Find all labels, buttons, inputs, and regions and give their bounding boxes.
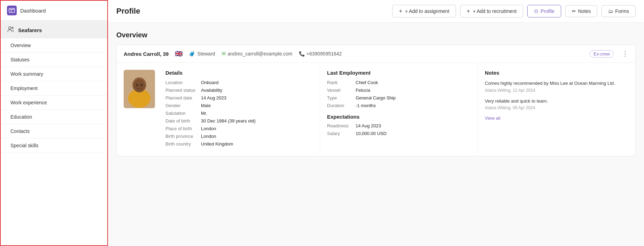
exp-salary: Salary 10,000.00 USD — [327, 131, 471, 136]
detail-birth-country: Birth country United Kingdom — [165, 141, 313, 147]
detail-location: Location Onboard — [165, 80, 313, 85]
phone-icon: 📞 — [299, 51, 305, 57]
seafarer-name: Andres Carroll, 39 — [124, 51, 169, 57]
sidebar-nav: Overview Statuses Work summary Employmen… — [1, 38, 107, 153]
forms-button[interactable]: 🗂 Forms — [602, 5, 636, 17]
last-employment-title: Last Employment — [327, 70, 471, 76]
svg-point-1 — [9, 27, 11, 29]
seafarer-phone: 📞 +639095951642 — [299, 51, 342, 57]
emp-vessel: Vessel Felucia — [327, 88, 471, 93]
email-icon: ✉ — [222, 51, 226, 57]
sidebar-item-work-experience[interactable]: Work experience — [1, 96, 107, 110]
exp-readiness: Readiness 14 Aug 2023 — [327, 123, 471, 128]
detail-salutation: Salutation Mr. — [165, 111, 313, 116]
profile-button[interactable]: ⊙ Profile — [527, 5, 561, 17]
detail-gender: Gender Male — [165, 103, 313, 108]
seafarer-role: 🧳 Steward — [189, 51, 215, 57]
note-item-0: Comes highly recommended by Miss Lee at … — [485, 80, 628, 93]
profile-body: Details Location Onboard Planned status … — [117, 63, 635, 156]
emp-rank: Rank Chief Cook — [327, 80, 471, 85]
content-area: Overview Andres Carroll, 39 🇬🇧 🧳 Steward… — [108, 23, 644, 246]
notes-title: Notes — [485, 70, 628, 76]
sidebar-header: Dashboard — [1, 1, 107, 21]
avatar — [124, 70, 155, 108]
add-to-recruitment-button[interactable]: + + Add to recruitment — [460, 5, 523, 17]
sidebar-item-overview[interactable]: Overview — [1, 38, 107, 53]
profile-icon: ⊙ — [534, 8, 538, 14]
emp-type: Type General Cargo Ship — [327, 95, 471, 100]
svg-point-9 — [137, 84, 137, 85]
sidebar-item-employment[interactable]: Employment — [1, 81, 107, 96]
detail-planned-date: Planned date 14 Aug 2023 — [165, 95, 313, 100]
note-item-1: Very reliable and quick to learn. Alaina… — [485, 98, 628, 111]
svg-point-8 — [141, 84, 142, 86]
svg-point-7 — [136, 84, 138, 86]
pencil-icon: ✏ — [572, 8, 576, 14]
details-title: Details — [165, 70, 313, 76]
overview-title: Overview — [116, 31, 636, 39]
add-to-assignment-button[interactable]: + + Add to assignment — [392, 5, 456, 17]
status-badge: Ex-crew — [590, 50, 614, 58]
briefcase-icon: 🧳 — [189, 51, 195, 57]
svg-point-2 — [12, 27, 14, 29]
expectations-section: Expectations Readiness 14 Aug 2023 Salar… — [327, 114, 471, 136]
note-meta-0: Alaina Witting, 12 Apr 2024 — [485, 88, 628, 93]
notes-column: Notes Comes highly recommended by Miss L… — [478, 63, 635, 156]
note-text-0: Comes highly recommended by Miss Lee at … — [485, 80, 628, 87]
emp-duration: Duration -1 months — [327, 103, 471, 108]
seafarer-email: ✉ andres_carroll@example.com — [222, 51, 293, 57]
notes-button[interactable]: ✏ Notes — [565, 5, 598, 17]
sidebar-section-label: Seafarers — [18, 27, 42, 33]
expectations-title: Expectations — [327, 114, 471, 120]
svg-point-10 — [141, 84, 142, 85]
last-employment-column: Last Employment Rank Chief Cook Vessel F… — [320, 63, 478, 156]
flag-icon: 🇬🇧 — [175, 50, 183, 58]
plus-icon-recruitment: + — [467, 8, 470, 14]
detail-dob: Date of birth 30 Dec 1984 (39 years old) — [165, 118, 313, 124]
detail-place-of-birth: Place of birth London — [165, 126, 313, 131]
sidebar-item-contacts[interactable]: Contacts — [1, 124, 107, 139]
seafarers-icon — [7, 25, 15, 35]
app-icon — [7, 6, 17, 15]
sidebar-item-work-summary[interactable]: Work summary — [1, 67, 107, 81]
note-text-1: Very reliable and quick to learn. — [485, 98, 628, 105]
svg-point-6 — [134, 79, 145, 92]
profile-card: Andres Carroll, 39 🇬🇧 🧳 Steward ✉ andres… — [116, 45, 636, 156]
svg-rect-0 — [9, 8, 15, 13]
sidebar-item-statuses[interactable]: Statuses — [1, 53, 107, 67]
main-content: Profile + + Add to assignment + + Add to… — [108, 0, 644, 246]
folder-icon: 🗂 — [608, 8, 613, 14]
page-title: Profile — [116, 7, 388, 16]
detail-planned-status: Planned status Availability — [165, 88, 313, 93]
profile-header: Andres Carroll, 39 🇬🇧 🧳 Steward ✉ andres… — [117, 45, 635, 63]
sidebar-item-special-skills[interactable]: Special skills — [1, 139, 107, 153]
plus-icon-assignment: + — [399, 8, 402, 14]
details-column: Details Location Onboard Planned status … — [162, 63, 320, 156]
photo-column — [117, 63, 162, 156]
view-all-notes-link[interactable]: View all — [485, 115, 501, 121]
sidebar-item-education[interactable]: Education — [1, 110, 107, 124]
topbar: Profile + + Add to assignment + + Add to… — [108, 0, 644, 23]
sidebar-section-header: Seafarers — [1, 21, 107, 38]
note-meta-1: Alaina Witting, 09 Apr 2024 — [485, 105, 628, 110]
sidebar: Dashboard Seafarers Overview Statuses Wo… — [0, 0, 108, 246]
detail-birth-province: Birth province London — [165, 134, 313, 139]
more-options-icon[interactable]: ⋮ — [622, 50, 628, 58]
app-title: Dashboard — [20, 8, 46, 14]
